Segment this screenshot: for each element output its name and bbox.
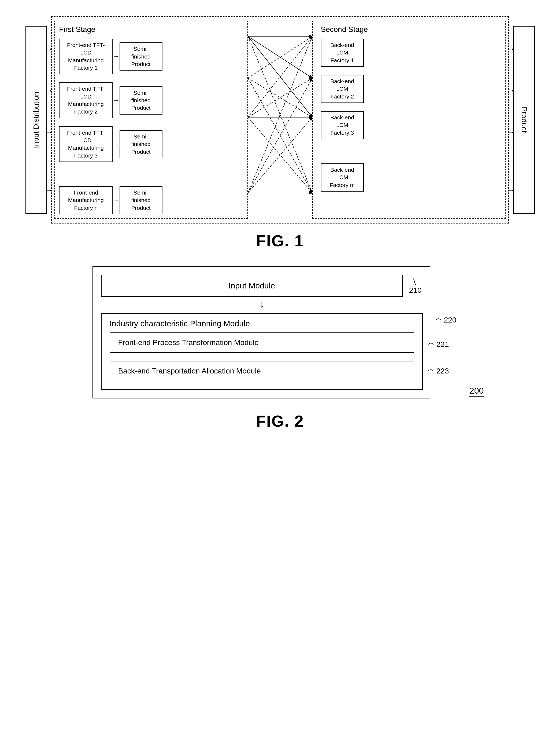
input-distribution-label: Input Distribution (32, 92, 40, 148)
factory-left-3: Front-end TFT-LCDManufacturingFactory 3 (59, 126, 113, 162)
backend-num: 223 (436, 367, 449, 375)
frontend-num-label: 221 (427, 340, 449, 349)
backend-module-row: Back-end Transportation Allocation Modul… (110, 361, 414, 381)
fig2-diagram-wrapper: Input Module ∖ 210 ↓ Industry characteri… (93, 266, 468, 398)
spacer (59, 170, 239, 178)
factory-left-2: Front-end TFT-LCDManufacturingFactory 2 (59, 82, 113, 118)
backend-module-box: Back-end Transportation Allocation Modul… (110, 361, 414, 381)
frontend-num: 221 (436, 340, 449, 349)
fig2-outer-box: Input Module ∖ 210 ↓ Industry characteri… (93, 266, 430, 398)
second-stage-rows: Back-endLCMFactory 1 Back-endLCMFactory … (321, 38, 501, 192)
planning-outer-box: Industry characteristic Planning Module … (101, 313, 423, 390)
semi-2: Semi-finishedProduct (120, 86, 162, 114)
semi-3: Semi-finishedProduct (120, 130, 162, 158)
planning-tick-icon (434, 316, 442, 324)
lcm-3: Back-endLCMFactory 3 (321, 111, 364, 139)
backend-num-label: 223 (427, 367, 449, 375)
first-stage-label: First Stage (59, 25, 239, 34)
spacer2 (321, 147, 501, 155)
backend-tick-icon (427, 367, 435, 375)
lcm-1: Back-endLCMFactory 1 (321, 38, 364, 67)
semi-1: Semi-finishedProduct (120, 42, 162, 71)
down-arrow-icon: ↓ (259, 299, 265, 310)
factory-left-n: Front-endManufacturingFactory n (59, 186, 113, 214)
semi-n: Semi-finishedProduct (120, 186, 162, 214)
planning-wrapper: Industry characteristic Planning Module … (101, 313, 422, 390)
second-stage-label: Second Stage (321, 25, 501, 34)
outer-num: 200 (469, 386, 483, 396)
fig1-title: FIG. 1 (256, 232, 304, 250)
planning-title: Industry characteristic Planning Module (110, 319, 414, 328)
lcm-row-1: Back-endLCMFactory 1 (321, 38, 501, 67)
arrow-f2: → (114, 97, 118, 104)
factory-row-1: Front-end TFT-LCDManufacturingFactory 1 … (59, 38, 239, 74)
input-module-row: Input Module ∖ 210 (101, 275, 422, 297)
factory-left-1: Front-end TFT-LCDManufacturingFactory 1 (59, 38, 113, 74)
input-distribution-box: Input Distribution (25, 26, 47, 214)
input-module-tick: ∖ (412, 277, 422, 286)
fig1-container: Input Distribution → → → → First Stage F… (21, 16, 539, 250)
frontend-tick-icon (427, 341, 435, 349)
lcm-row-m: Back-endLCMFactory m (321, 163, 501, 192)
stages-outer-box: First Stage Front-end TFT-LCDManufacturi… (51, 16, 509, 223)
left-arrows: → → → → (47, 16, 51, 223)
right-arrows: → → → → (509, 16, 513, 223)
lcm-2: Back-endLCMFactory 2 (321, 75, 364, 103)
rarrow4: → (509, 186, 513, 194)
input-module-num-wrapper: ∖ 210 (409, 277, 422, 295)
rarrow2: → (509, 87, 513, 95)
fig2-title: FIG. 2 (256, 412, 304, 430)
arrow-fn: → (114, 197, 118, 204)
crossing-svg (248, 21, 312, 219)
rarrow1: → (509, 45, 513, 54)
arrow-f1: → (114, 53, 118, 60)
outer-num-label: 200 (469, 386, 483, 396)
factory-row-n: Front-endManufacturingFactory n → Semi-f… (59, 186, 239, 214)
fig2-container: Input Module ∖ 210 ↓ Industry characteri… (21, 266, 539, 430)
input-module-num: 210 (409, 286, 422, 294)
frontend-module-row: Front-end Process Transformation Module … (110, 333, 414, 357)
svg-line-13 (248, 78, 312, 193)
factory-row-3: Front-end TFT-LCDManufacturingFactory 3 … (59, 126, 239, 162)
arrow-f3: → (114, 141, 118, 148)
factory-row-2: Front-end TFT-LCDManufacturingFactory 2 … (59, 82, 239, 118)
lcm-row-3: Back-endLCMFactory 3 (321, 111, 501, 139)
fig1-diagram: Input Distribution → → → → First Stage F… (25, 16, 535, 223)
lcm-m: Back-endLCMFactory m (321, 163, 364, 192)
first-stage-rows: Front-end TFT-LCDManufacturingFactory 1 … (59, 38, 239, 214)
product-box: Product (513, 26, 535, 214)
second-stage-box: Second Stage Back-endLCMFactory 1 Back-e… (312, 21, 506, 219)
planning-num: 220 (444, 316, 456, 325)
product-label: Product (520, 107, 528, 133)
input-module-box: Input Module (101, 275, 403, 297)
planning-num-label: 220 (434, 316, 456, 325)
arrow4: → (47, 186, 51, 194)
first-stage-box: First Stage Front-end TFT-LCDManufacturi… (54, 21, 248, 219)
arrow1: → (47, 45, 51, 54)
down-arrow-row: ↓ (101, 297, 423, 313)
rarrow3: → (509, 128, 513, 137)
lcm-row-2: Back-endLCMFactory 2 (321, 75, 501, 103)
arrow2: → (47, 87, 51, 95)
arrow3: → (47, 128, 51, 137)
crossing-area (248, 21, 312, 219)
frontend-module-box: Front-end Process Transformation Module (110, 333, 414, 353)
